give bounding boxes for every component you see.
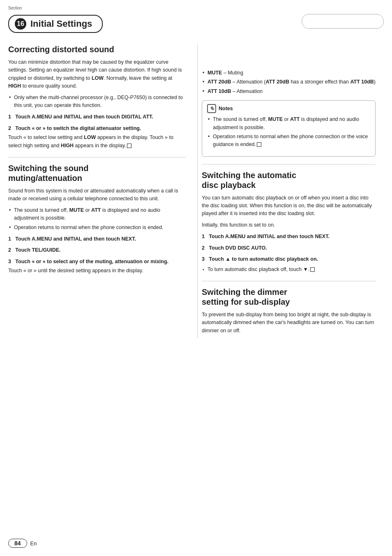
section-box: 16 Initial Settings — [8, 15, 103, 33]
page-header: Section 16 Initial Settings — [0, 0, 392, 36]
intro-correcting: You can minimize distortion that may be … — [8, 58, 186, 90]
bullets-correcting: Only when the multi-channel processor (e… — [8, 94, 186, 110]
bullet-muting-2: Operation returns to normal when the pho… — [8, 224, 186, 232]
header-oval — [302, 14, 384, 29]
section-number: 16 — [15, 18, 26, 30]
divider-right-1 — [202, 164, 376, 164]
step1-muting: 1 Touch A.MENU and INITIAL and then touc… — [8, 236, 186, 243]
intro-disc-2: Initially, this function is set to on. — [202, 221, 376, 229]
intro-muting: Sound from this system is muted or atten… — [8, 187, 186, 203]
lang-label: En — [30, 540, 37, 547]
section-label: Section — [8, 6, 22, 10]
mute-bullet-1: MUTE – Muting — [202, 69, 376, 77]
divider-right-2 — [202, 281, 376, 281]
bullet-correcting-1: Only when the multi-channel processor (e… — [8, 94, 186, 110]
disc-sub-bullets: To turn automatic disc playback off, tou… — [202, 266, 376, 273]
heading-dimmer: Switching the dimmersetting for sub-disp… — [202, 287, 376, 307]
notes-list: The sound is turned off, MUTE or ATT is … — [207, 116, 370, 149]
disc-sub-bullet-1: To turn automatic disc playback off, tou… — [202, 266, 376, 273]
page-number: 84 — [8, 539, 27, 548]
section-dimmer: Switching the dimmersetting for sub-disp… — [202, 287, 376, 335]
divider-1 — [8, 157, 186, 158]
note-item-1: The sound is turned off, MUTE or ATT is … — [207, 116, 370, 132]
step3-muting: 3 Touch « or » to select any of the muti… — [8, 258, 186, 266]
step2-correcting-body: Touch « to select low setting and LOW ap… — [8, 134, 186, 150]
heading-disc: Switching the automaticdisc playback — [202, 170, 376, 190]
step2-muting: 2 Touch TEL/GUIDE. — [8, 247, 186, 254]
mute-bullet-2: ATT 20dB – Attenuation (ATT 20dB has a s… — [202, 78, 376, 86]
heading-muting: Switching the soundmuting/attenuation — [8, 163, 186, 183]
bullets-muting: The sound is turned off, MUTE or ATT is … — [8, 206, 186, 232]
heading-correcting: Correcting distorted sound — [8, 44, 186, 54]
note-item-2: Operation returns to normal when the pho… — [207, 133, 370, 149]
right-column: MUTE – Muting ATT 20dB – Attenuation (AT… — [197, 44, 376, 338]
notes-box: ✎ Notes The sound is turned off, MUTE or… — [202, 100, 376, 157]
mute-bullet-3: ATT 10dB – Attenuation — [202, 88, 376, 95]
notes-header: ✎ Notes — [207, 104, 370, 113]
notes-label: Notes — [219, 106, 233, 111]
main-content: Correcting distorted sound You can minim… — [0, 36, 392, 346]
left-column: Correcting distorted sound You can minim… — [8, 44, 197, 338]
step1-disc: 1 Touch A.MENU and INITIAL and then touc… — [202, 233, 376, 241]
footer: 84 En — [8, 539, 37, 548]
step1-correcting: 1 Touch A.MENU and INITIAL and then touc… — [8, 114, 186, 121]
section-correcting-distorted: Correcting distorted sound You can minim… — [8, 44, 186, 150]
notes-icon: ✎ — [207, 104, 216, 113]
intro-disc: You can turn automatic disc playback on … — [202, 194, 376, 218]
step2-correcting: 2 Touch « or » to switch the digital att… — [8, 125, 186, 132]
section-muting: Switching the soundmuting/attenuation So… — [8, 163, 186, 275]
section-title: Initial Settings — [30, 19, 92, 29]
step3-muting-body: Touch « or » until the desired setting a… — [8, 267, 186, 275]
step3-disc: 3 Touch ▲ to turn automatic disc playbac… — [202, 256, 376, 263]
mute-bullets: MUTE – Muting ATT 20dB – Attenuation (AT… — [202, 69, 376, 95]
intro-dimmer: To prevent the sub-display from being to… — [202, 311, 376, 335]
bullet-muting-1: The sound is turned off, MUTE or ATT is … — [8, 206, 186, 222]
step2-disc: 2 Touch DVD DISC AUTO. — [202, 245, 376, 252]
section-disc-playback: Switching the automaticdisc playback You… — [202, 170, 376, 273]
